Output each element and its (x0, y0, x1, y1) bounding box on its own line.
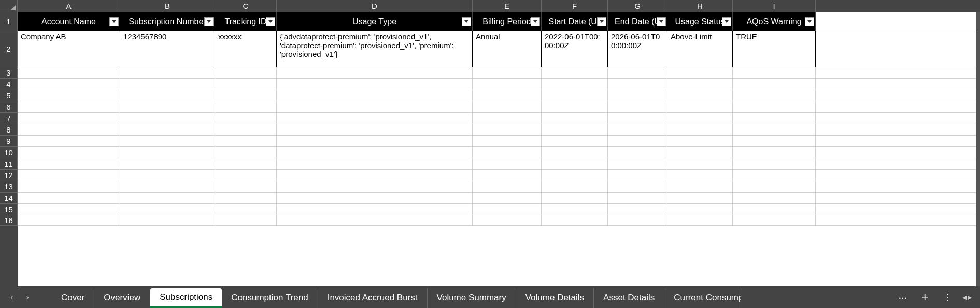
empty-cell[interactable] (816, 79, 980, 90)
empty-cell[interactable] (18, 193, 120, 204)
row-header-3[interactable]: 3 (0, 67, 18, 79)
empty-cell[interactable] (667, 124, 733, 136)
empty-cell[interactable] (733, 181, 816, 193)
row-header-14[interactable]: 14 (0, 193, 18, 204)
empty-cell[interactable] (18, 147, 120, 158)
empty-cell[interactable] (733, 79, 816, 90)
empty-cell[interactable] (733, 158, 816, 170)
col-header-E[interactable]: E (473, 0, 542, 12)
col-header-B[interactable]: B (120, 0, 215, 12)
th-usage-status[interactable]: Usage Status (667, 12, 733, 31)
empty-cell[interactable] (667, 147, 733, 158)
empty-cell[interactable] (215, 113, 277, 124)
empty-cell[interactable] (608, 79, 667, 90)
empty-cell[interactable] (277, 181, 473, 193)
empty-cell[interactable] (120, 79, 215, 90)
empty-cell[interactable] (277, 158, 473, 170)
filter-dropdown-icon[interactable] (597, 17, 606, 26)
th-start-date[interactable]: Start Date (UTC) (542, 12, 608, 31)
empty-cell[interactable] (473, 136, 542, 147)
filter-dropdown-icon[interactable] (531, 17, 540, 26)
empty-cell[interactable] (215, 204, 277, 215)
empty-cell[interactable] (215, 67, 277, 79)
empty-cell[interactable] (473, 170, 542, 181)
cell-account-name[interactable]: Company AB (18, 31, 120, 67)
empty-cell[interactable] (733, 204, 816, 215)
empty-cell[interactable] (816, 136, 980, 147)
empty-cell[interactable] (816, 90, 980, 101)
row-header-12[interactable]: 12 (0, 170, 18, 181)
empty-cell[interactable] (473, 193, 542, 204)
filter-dropdown-icon[interactable] (204, 17, 214, 26)
empty-cell[interactable] (816, 147, 980, 158)
row-header-1[interactable]: 1 (0, 12, 18, 31)
th-billing-period[interactable]: Billing Period (473, 12, 542, 31)
empty-cell[interactable] (473, 124, 542, 136)
empty-cell[interactable] (816, 215, 980, 226)
empty-cell[interactable] (120, 90, 215, 101)
add-sheet-icon[interactable]: + (914, 290, 935, 304)
empty-cell[interactable] (277, 136, 473, 147)
empty-cell[interactable] (608, 113, 667, 124)
empty-cell[interactable] (542, 101, 608, 113)
cell-billing-period[interactable]: Annual (473, 31, 542, 67)
col-header-H[interactable]: H (667, 0, 733, 12)
empty-cell[interactable] (215, 101, 277, 113)
empty-cell[interactable] (542, 136, 608, 147)
empty-cell[interactable] (473, 158, 542, 170)
empty-cell[interactable] (215, 79, 277, 90)
tab-invoiced-accrued-burst[interactable]: Invoiced Accrued Burst (318, 288, 428, 308)
row-header-9[interactable]: 9 (0, 136, 18, 147)
empty-cell[interactable] (733, 90, 816, 101)
empty-cell[interactable] (215, 136, 277, 147)
tab-asset-details[interactable]: Asset Details (594, 288, 664, 308)
empty-cell[interactable] (608, 170, 667, 181)
empty-cell[interactable] (473, 215, 542, 226)
empty-cell[interactable] (473, 101, 542, 113)
empty-cell[interactable] (473, 181, 542, 193)
empty-cell[interactable] (120, 67, 215, 79)
empty-cell[interactable] (816, 158, 980, 170)
empty-cell[interactable] (733, 101, 816, 113)
empty-cell[interactable] (18, 181, 120, 193)
row-header-7[interactable]: 7 (0, 113, 18, 124)
empty-cell[interactable] (733, 113, 816, 124)
empty-cell[interactable] (608, 147, 667, 158)
empty-cell[interactable] (473, 67, 542, 79)
empty-cell[interactable] (542, 124, 608, 136)
empty-cell[interactable] (120, 215, 215, 226)
filter-dropdown-icon[interactable] (805, 17, 814, 26)
empty-cell[interactable] (473, 90, 542, 101)
row-header-4[interactable]: 4 (0, 79, 18, 90)
empty-cell[interactable] (733, 67, 816, 79)
empty-cell[interactable] (277, 90, 473, 101)
empty-cell[interactable] (733, 170, 816, 181)
empty-cell[interactable] (816, 193, 980, 204)
tab-overview[interactable]: Overview (94, 288, 150, 308)
empty-cell[interactable] (816, 170, 980, 181)
row-header-2[interactable]: 2 (0, 31, 18, 67)
tab-volume-summary[interactable]: Volume Summary (428, 288, 516, 308)
empty-cell[interactable] (120, 193, 215, 204)
empty-cell[interactable] (542, 79, 608, 90)
row-header-5[interactable]: 5 (0, 90, 18, 101)
empty-cell[interactable] (667, 193, 733, 204)
empty-cell[interactable] (542, 181, 608, 193)
empty-cell[interactable] (215, 181, 277, 193)
empty-cell[interactable] (277, 101, 473, 113)
cell-aqos-warning[interactable]: TRUE (733, 31, 816, 67)
col-header-C[interactable]: C (215, 0, 277, 12)
empty-cell[interactable] (120, 181, 215, 193)
empty-cell[interactable] (733, 193, 816, 204)
empty-cell[interactable] (215, 193, 277, 204)
filter-dropdown-icon[interactable] (657, 17, 666, 26)
empty-cell[interactable] (215, 147, 277, 158)
col-header-F[interactable]: F (542, 0, 608, 12)
empty-cell[interactable] (277, 67, 473, 79)
empty-cell[interactable] (277, 193, 473, 204)
empty-cell[interactable] (542, 193, 608, 204)
empty-cell[interactable] (816, 67, 980, 79)
empty-cell[interactable] (120, 204, 215, 215)
cell-usage-status[interactable]: Above-Limit (667, 31, 733, 67)
empty-cell[interactable] (277, 170, 473, 181)
